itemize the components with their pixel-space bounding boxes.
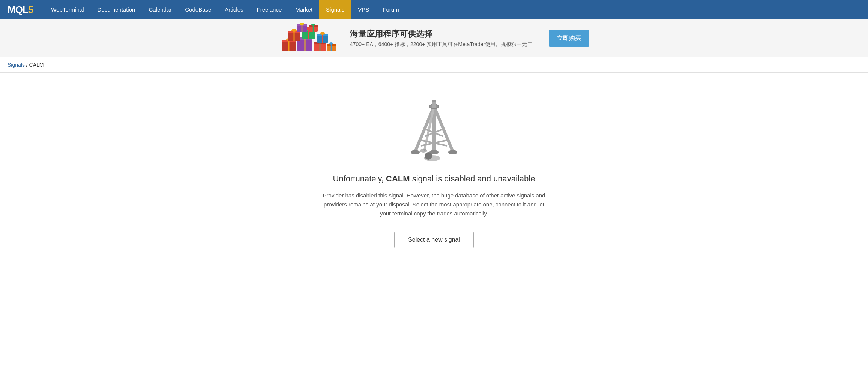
nav-item-signals[interactable]: Signals (319, 0, 351, 19)
main-nav: MQL5 WebTerminal Documentation Calendar … (0, 0, 868, 19)
svg-point-52 (425, 152, 432, 160)
description-text: Provider has disabled this signal. Howev… (321, 191, 547, 218)
select-signal-button[interactable]: Select a new signal (394, 232, 474, 248)
svg-point-35 (311, 24, 315, 26)
signal-tower-image (404, 95, 464, 163)
banner-text: 海量应用程序可供选择 4700+ EA，6400+ 指标，2200+ 实用工具可… (350, 28, 538, 48)
disabled-message: Unfortunately, CALM signal is disabled a… (333, 174, 535, 184)
gift-pile-icon (279, 23, 339, 53)
svg-point-15 (329, 42, 333, 45)
banner-image (279, 23, 339, 53)
disabled-msg-suffix: signal is disabled and unavailable (410, 174, 535, 183)
svg-point-50 (420, 149, 427, 153)
main-content: Unfortunately, CALM signal is disabled a… (0, 73, 868, 278)
nav-item-documentation[interactable]: Documentation (91, 0, 142, 19)
svg-point-48 (448, 150, 457, 154)
nav-item-codebase[interactable]: CodeBase (178, 0, 218, 19)
nav-links: WebTerminal Documentation Calendar CodeB… (44, 0, 405, 19)
banner-subtext: 4700+ EA，6400+ 指标，2200+ 实用工具可在MetaTrader… (350, 41, 538, 48)
svg-point-46 (432, 100, 436, 102)
breadcrumb-current: CALM (29, 62, 44, 68)
nav-item-freelance[interactable]: Freelance (250, 0, 289, 19)
buy-now-button[interactable]: 立即购买 (549, 30, 589, 47)
nav-item-vps[interactable]: VPS (351, 0, 376, 19)
breadcrumb: Signals / CALM (0, 57, 868, 73)
tower-icon (404, 95, 464, 163)
promo-banner: 海量应用程序可供选择 4700+ EA，6400+ 指标，2200+ 实用工具可… (0, 19, 868, 57)
svg-point-19 (291, 29, 297, 32)
breadcrumb-signals-link[interactable]: Signals (8, 62, 25, 68)
breadcrumb-separator: / (25, 62, 29, 68)
svg-point-47 (411, 150, 420, 154)
nav-item-articles[interactable]: Articles (218, 0, 250, 19)
nav-item-market[interactable]: Market (288, 0, 319, 19)
nav-item-forum[interactable]: Forum (376, 0, 405, 19)
svg-point-27 (320, 32, 325, 35)
disabled-signal-name: CALM (386, 174, 410, 183)
logo-5: 5 (28, 4, 33, 16)
nav-item-webterminal[interactable]: WebTerminal (44, 0, 90, 19)
logo-mql: MQL (8, 4, 28, 16)
disabled-msg-prefix: Unfortunately, (333, 174, 386, 183)
nav-item-calendar[interactable]: Calendar (142, 0, 178, 19)
logo[interactable]: MQL5 (8, 4, 33, 16)
banner-headline: 海量应用程序可供选择 (350, 28, 538, 40)
